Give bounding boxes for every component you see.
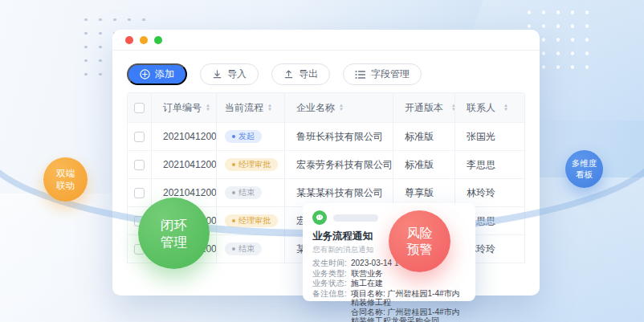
header-order-no: 订单编号▲▼ — [152, 93, 217, 122]
header-version-label: 开通版本 — [405, 101, 443, 115]
add-button[interactable]: 添加 — [127, 63, 187, 85]
field-management-button[interactable]: 字段管理 — [343, 63, 422, 85]
order-no-cell: 20210412001 — [152, 123, 217, 150]
row-checkbox[interactable] — [134, 216, 145, 226]
export-button-label: 导出 — [299, 67, 318, 81]
order-no-cell: 20210412002 — [152, 151, 217, 178]
header-select-all-cell — [128, 93, 152, 122]
status-dot-icon — [232, 247, 235, 251]
sort-icon[interactable]: ▲▼ — [267, 104, 272, 112]
header-status: 当前流程▲▼ — [217, 93, 285, 122]
window-titlebar — [112, 30, 540, 51]
status-label: 结束 — [238, 245, 255, 253]
status-cell: 结束 — [217, 235, 285, 263]
status-badge: 结束 — [225, 186, 262, 199]
field-management-button-label: 字段管理 — [371, 67, 410, 81]
row-checkbox[interactable] — [134, 188, 145, 198]
status-cell: 经理审批 — [217, 207, 285, 234]
status-badge: 结束 — [225, 243, 262, 255]
contact-cell: 李思思 — [455, 151, 524, 178]
header-company-label: 企业名称 — [296, 101, 335, 115]
row-checkbox[interactable] — [134, 132, 145, 142]
feature-badge-multidim-dashboard: 多维度 看板 — [565, 150, 603, 188]
status-cell: 经理审批 — [217, 151, 285, 178]
status-label: 结束 — [238, 189, 255, 197]
field-label: 发生时间: — [312, 259, 351, 268]
header-company: 企业名称▲▼ — [285, 93, 393, 122]
traffic-light-yellow-icon[interactable] — [140, 36, 148, 44]
status-label: 经理审批 — [238, 161, 271, 169]
import-button-label: 导入 — [227, 67, 247, 81]
row-checkbox[interactable] — [134, 160, 145, 170]
version-cell: 标准版 — [393, 123, 455, 150]
field-label: 业务类型: — [312, 269, 351, 279]
table-row: 20210412002 经理审批 宏泰劳务科技有限公司 标准版 李思思 — [128, 151, 524, 179]
status-dot-icon — [232, 135, 235, 138]
status-cell: 结束 — [217, 179, 285, 206]
remark-line: 项目名称: 广州碧桂园1-4#市内精装修工程 — [351, 289, 466, 308]
upload-icon — [283, 69, 294, 79]
sort-icon[interactable]: ▲▼ — [339, 104, 344, 112]
add-button-label: 添加 — [155, 67, 174, 81]
header-order-no-label: 订单编号 — [163, 101, 202, 115]
version-cell: 标准版 — [393, 151, 455, 178]
header-status-label: 当前流程 — [225, 101, 263, 115]
field-value: 联营业务 — [351, 269, 383, 279]
list-icon — [355, 70, 366, 79]
status-label: 经理审批 — [238, 217, 271, 225]
row-select-cell — [128, 123, 152, 150]
row-select-cell — [128, 179, 152, 206]
traffic-light-red-icon[interactable] — [125, 36, 133, 44]
field-label: 备注信息: — [312, 289, 351, 322]
notification-source-placeholder — [333, 214, 378, 222]
badge-text: 双端 — [56, 168, 75, 179]
feature-badge-dual-linkage: 双端 联动 — [43, 157, 88, 202]
status-cell: 发起 — [217, 123, 285, 150]
field-value: 2023-03-14 14:20 — [351, 259, 414, 268]
contact-cell: 林玲玲 — [455, 179, 524, 206]
traffic-light-green-icon[interactable] — [154, 36, 162, 44]
toolbar: 添加 导入 导出 字段管理 — [127, 63, 422, 85]
remark-line: 合同名称: 广州碧桂园1-4#市内精装修工程龙骨采购合同 — [351, 308, 466, 322]
table-row: 20210412001 发起 鲁班长科技有限公司 标准版 张国光 — [128, 123, 524, 151]
status-dot-icon — [232, 191, 235, 194]
row-select-cell — [128, 207, 152, 234]
badge-text: 看板 — [576, 169, 593, 180]
notification-header — [312, 210, 466, 225]
status-badge: 经理审批 — [225, 214, 278, 227]
order-no-cell: 20210412005 — [152, 235, 217, 263]
header-version: 开通版本▲▼ — [393, 93, 455, 122]
header-contact-label: 联系人 — [467, 101, 495, 115]
import-button[interactable]: 导入 — [200, 63, 259, 85]
order-no-cell: 20210412003 — [152, 179, 217, 206]
sort-icon[interactable]: ▲▼ — [206, 104, 210, 112]
row-checkbox[interactable] — [134, 244, 145, 255]
remark-value-block: 项目名称: 广州碧桂园1-4#市内精装修工程 合同名称: 广州碧桂园1-4#市内… — [351, 289, 466, 322]
export-button[interactable]: 导出 — [271, 63, 330, 85]
download-icon — [212, 69, 222, 79]
wechat-icon — [312, 210, 327, 225]
badge-text: 多维度 — [572, 158, 597, 169]
company-cell: 某某某科技有限公司 — [285, 179, 393, 206]
status-dot-icon — [232, 219, 235, 222]
status-badge: 经理审批 — [225, 158, 278, 171]
version-cell: 尊享版 — [393, 179, 455, 206]
status-dot-icon — [232, 163, 235, 166]
status-label: 发起 — [238, 132, 255, 141]
row-select-cell — [128, 235, 152, 263]
badge-text: 联动 — [56, 180, 75, 191]
order-no-cell: 20210412004 — [152, 207, 217, 234]
notification-subtitle: 您有新的消息通知 — [312, 245, 466, 255]
field-value: 施工在建 — [351, 279, 383, 288]
select-all-checkbox[interactable] — [134, 103, 145, 113]
plus-circle-icon — [140, 69, 150, 79]
sort-icon[interactable]: ▲▼ — [503, 104, 508, 112]
table-header-row: 订单编号▲▼ 当前流程▲▼ 企业名称▲▼ 开通版本▲▼ 联系人▲▼ — [128, 93, 524, 123]
notification-card: 业务流程通知 您有新的消息通知 发生时间:2023-03-14 14:20 业务… — [303, 203, 475, 301]
row-select-cell — [128, 151, 152, 178]
company-cell: 鲁班长科技有限公司 — [285, 123, 393, 150]
contact-cell: 张国光 — [455, 123, 524, 150]
company-cell: 宏泰劳务科技有限公司 — [285, 151, 393, 178]
field-label: 业务状态: — [312, 279, 351, 288]
header-contact: 联系人▲▼ — [455, 93, 524, 122]
